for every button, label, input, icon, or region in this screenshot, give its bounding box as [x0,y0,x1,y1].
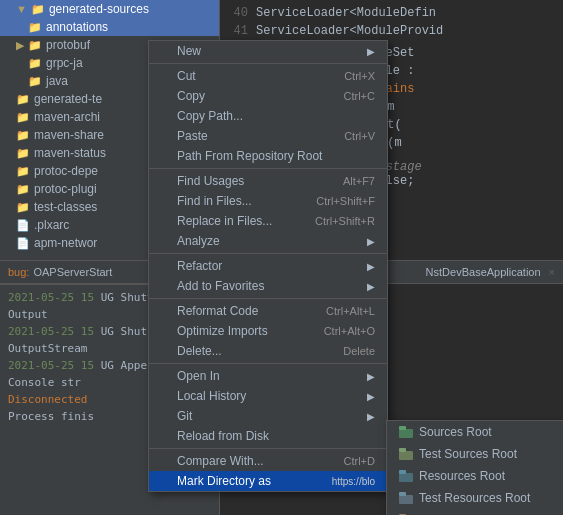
shortcut-label: Ctrl+Alt+O [324,325,375,337]
submenu-item-label: Resources Root [419,469,505,483]
submenu-arrow-icon: ▶ [367,236,375,247]
menu-item-optimize-imports[interactable]: Optimize Imports Ctrl+Alt+O [149,321,387,341]
svg-rect-7 [399,492,406,496]
menu-item-replace-in-files[interactable]: Replace in Files... Ctrl+Shift+R [149,211,387,231]
menu-item-add-favorites[interactable]: Add to Favorites ▶ [149,276,387,296]
menu-item-find-in-files[interactable]: Find in Files... Ctrl+Shift+F [149,191,387,211]
menu-item-find-usages[interactable]: Find Usages Alt+F7 [149,171,387,191]
svg-rect-2 [399,451,413,460]
submenu-item-label: Test Sources Root [419,447,517,461]
menu-separator [149,253,387,254]
submenu-item-sources-root[interactable]: Sources Root [387,421,563,443]
menu-item-git[interactable]: Git ▶ [149,406,387,426]
menu-item-compare-with[interactable]: Compare With... Ctrl+D [149,451,387,471]
submenu-arrow-icon: ▶ [367,46,375,57]
svg-rect-0 [399,429,413,438]
submenu-item-resources[interactable]: Resources Root [387,465,563,487]
submenu-arrow-icon: ▶ [367,391,375,402]
svg-rect-5 [399,470,406,474]
shortcut-label: Ctrl+V [344,130,375,142]
menu-separator [149,63,387,64]
test-sources-icon [399,447,413,461]
menu-item-mark-directory[interactable]: Mark Directory as https://blo [149,471,387,491]
menu-item-reformat[interactable]: Reformat Code Ctrl+Alt+L [149,301,387,321]
menu-item-analyze[interactable]: Analyze ▶ [149,231,387,251]
shortcut-label: Ctrl+Shift+R [315,215,375,227]
submenu-item-not-excluded[interactable]: Not Excluded [387,509,563,515]
shortcut-label: Ctrl+Shift+F [316,195,375,207]
svg-rect-4 [399,473,413,482]
resources-icon [399,469,413,483]
shortcut-label: Ctrl+D [344,455,375,467]
menu-item-copy-path[interactable]: Copy Path... [149,106,387,126]
submenu-item-test-resources[interactable]: Test Resources Root [387,487,563,509]
url-hint: https://blo [332,476,375,487]
submenu-arrow-icon: ▶ [367,281,375,292]
menu-item-copy[interactable]: Copy Ctrl+C [149,86,387,106]
shortcut-label: Ctrl+X [344,70,375,82]
shortcut-label: Ctrl+C [344,90,375,102]
submenu-item-test-sources[interactable]: Test Sources Root [387,443,563,465]
menu-item-path-repo[interactable]: Path From Repository Root [149,146,387,166]
submenu-arrow-icon: ▶ [367,411,375,422]
svg-rect-6 [399,495,413,504]
menu-item-refactor[interactable]: Refactor ▶ [149,256,387,276]
menu-item-delete[interactable]: Delete... Delete [149,341,387,361]
shortcut-label: Ctrl+Alt+L [326,305,375,317]
shortcut-label: Delete [343,345,375,357]
menu-separator [149,363,387,364]
svg-rect-3 [399,448,406,452]
menu-item-paste[interactable]: Paste Ctrl+V [149,126,387,146]
menu-item-reload-disk[interactable]: Reload from Disk [149,426,387,446]
submenu-item-label: Sources Root [419,425,492,439]
svg-rect-1 [399,426,406,430]
menu-separator [149,448,387,449]
submenu-arrow-icon: ▶ [367,261,375,272]
submenu-item-label: Test Resources Root [419,491,530,505]
submenu-arrow-icon: ▶ [367,371,375,382]
menu-item-new[interactable]: New ▶ [149,41,387,61]
context-menu: New ▶ Cut Ctrl+X Copy Ctrl+C Copy Path..… [148,40,388,492]
mark-directory-submenu: Sources Root Test Sources Root Resources… [386,420,563,515]
menu-item-open-in[interactable]: Open In ▶ [149,366,387,386]
menu-item-cut[interactable]: Cut Ctrl+X [149,66,387,86]
menu-item-local-history[interactable]: Local History ▶ [149,386,387,406]
test-resources-icon [399,491,413,505]
shortcut-label: Alt+F7 [343,175,375,187]
sources-root-icon [399,425,413,439]
menu-separator [149,298,387,299]
menu-separator [149,168,387,169]
context-menu-overlay: New ▶ Cut Ctrl+X Copy Ctrl+C Copy Path..… [0,0,563,515]
